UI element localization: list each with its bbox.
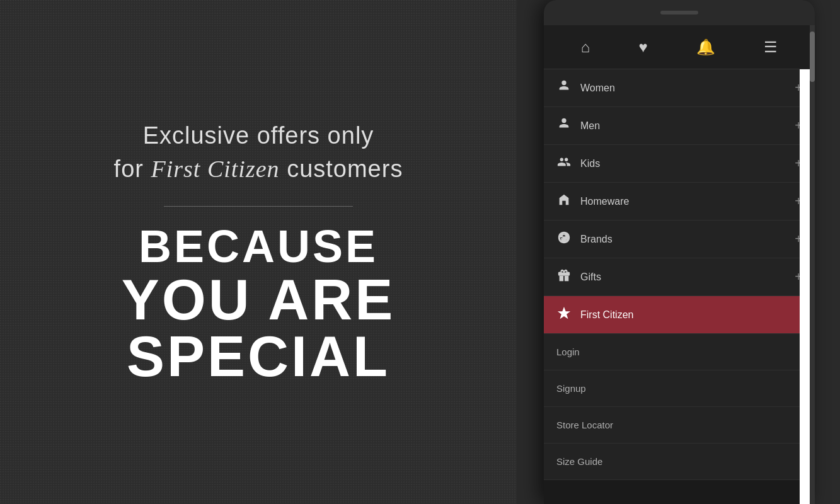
gifts-icon [556,268,572,285]
size-guide-label: Size Guide [556,456,602,467]
device-wrapper: ⌂ ♥ 🔔 ☰ Women + [531,0,840,504]
headline-because: BECAUSE [139,222,378,272]
menu-item-homeware[interactable]: Homeware + [544,183,815,220]
signup-label: Signup [556,383,586,394]
device-scrollbar[interactable] [810,25,815,504]
scrollbar-thumb [810,32,815,82]
menu-list: Women + Men + Kids [544,69,815,480]
gifts-label: Gifts [580,272,795,283]
tagline-text-1: Exclusive offers only [143,122,374,149]
menu-item-signup[interactable]: Signup [544,370,815,407]
brands-label: Brands [580,234,795,245]
tagline-text-suffix: customers [280,156,403,182]
homeware-label: Homeware [580,196,795,207]
tagline-script: First Citizen [151,156,280,182]
menu-item-first-citizen[interactable]: First Citizen [544,296,815,334]
nav-bar: ⌂ ♥ 🔔 ☰ [544,25,815,69]
first-citizen-icon [556,306,572,323]
home-nav-icon[interactable]: ⌂ [581,38,590,56]
tagline-text-prefix: for [114,156,151,182]
menu-item-women[interactable]: Women + [544,69,815,107]
men-icon [556,117,572,134]
heart-nav-icon[interactable]: ♥ [638,38,647,56]
store-locator-label: Store Locator [556,420,613,430]
left-content: Exclusive offers only for First Citizen … [0,0,517,504]
headline-special: YOU ARE SPECIAL [25,272,492,385]
kids-label: Kids [580,158,795,169]
hamburger-nav-icon[interactable]: ☰ [764,38,778,56]
bell-nav-icon[interactable]: 🔔 [696,38,715,56]
brands-icon [556,231,572,248]
menu-item-login[interactable]: Login [544,334,815,370]
menu-item-men[interactable]: Men + [544,107,815,145]
divider [164,206,353,207]
scrollbar-overlay [800,69,810,504]
menu-item-gifts[interactable]: Gifts + [544,258,815,296]
homeware-icon [556,193,572,210]
first-citizen-label: First Citizen [580,309,802,321]
women-icon [556,79,572,96]
device-top-bar [544,0,815,25]
login-label: Login [556,346,580,357]
menu-item-brands[interactable]: Brands + [544,220,815,258]
menu-item-size-guide[interactable]: Size Guide [544,444,815,480]
kids-icon [556,155,572,172]
tagline-line1: Exclusive offers only for First Citizen … [114,119,403,186]
device-speaker [660,11,698,14]
menu-item-kids[interactable]: Kids + [544,145,815,183]
women-label: Women [580,83,795,94]
menu-item-store-locator[interactable]: Store Locator [544,407,815,444]
mobile-device: ⌂ ♥ 🔔 ☰ Women + [544,0,815,504]
men-label: Men [580,120,795,132]
